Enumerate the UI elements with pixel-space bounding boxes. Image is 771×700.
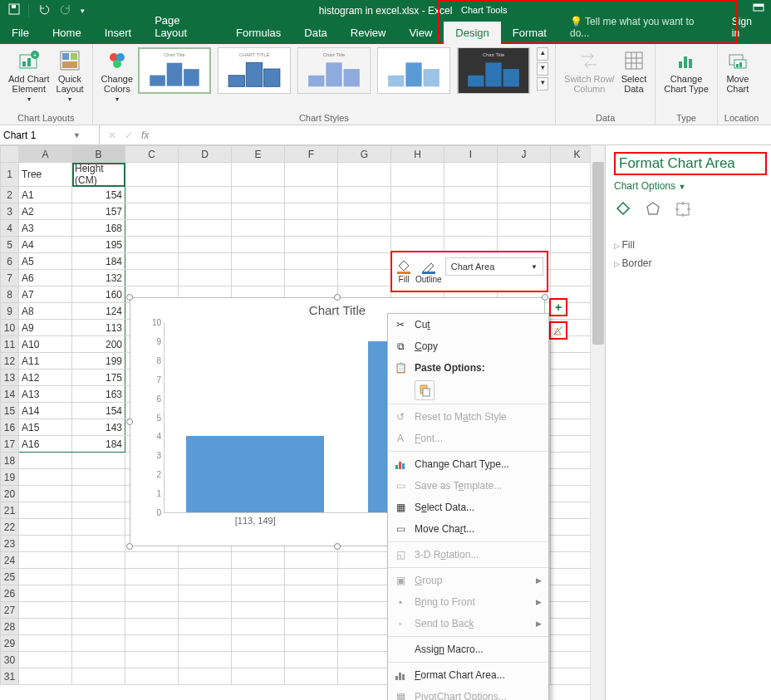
cell[interactable] — [125, 668, 179, 685]
cell[interactable] — [125, 619, 179, 635]
styles-scroll-down[interactable]: ▾ — [537, 62, 548, 76]
tab-review[interactable]: Review — [339, 22, 398, 44]
row-header[interactable]: 24 — [1, 552, 19, 569]
cell[interactable] — [338, 270, 391, 286]
cell[interactable] — [338, 585, 391, 602]
cell[interactable]: 163 — [72, 386, 125, 403]
tab-page-layout[interactable]: Page Layout — [143, 9, 224, 44]
resize-handle[interactable] — [126, 294, 133, 301]
row-header[interactable]: 15 — [1, 403, 19, 419]
cell[interactable] — [391, 203, 444, 220]
cell[interactable]: 154 — [72, 403, 125, 419]
cell[interactable] — [19, 552, 72, 569]
quick-layout-button[interactable]: Quick Layout ▾ — [55, 47, 86, 105]
name-box-dropdown-icon[interactable]: ▼ — [73, 131, 81, 140]
resize-handle[interactable] — [334, 543, 341, 550]
cell[interactable]: A6 — [19, 270, 72, 286]
enter-formula-icon[interactable]: ✓ — [125, 130, 133, 141]
cell[interactable] — [72, 536, 125, 552]
cell[interactable] — [232, 602, 285, 619]
cell[interactable] — [179, 203, 232, 220]
cell[interactable] — [338, 163, 391, 187]
row-header[interactable]: 12 — [1, 353, 19, 370]
cell[interactable] — [72, 569, 125, 585]
scrollbar-thumb[interactable] — [592, 162, 604, 345]
cell[interactable] — [232, 237, 285, 253]
column-header[interactable]: B — [72, 146, 125, 163]
cell[interactable] — [444, 203, 498, 220]
vertical-scrollbar[interactable] — [590, 145, 605, 700]
resize-handle[interactable] — [542, 294, 548, 301]
cell[interactable] — [498, 187, 551, 203]
cell[interactable] — [19, 569, 72, 585]
row-header[interactable]: 31 — [1, 668, 19, 685]
border-section[interactable]: Border — [614, 254, 763, 272]
cell[interactable] — [444, 220, 498, 237]
cell[interactable] — [72, 552, 125, 569]
cell[interactable] — [72, 486, 125, 502]
chart-options-dropdown[interactable]: Chart Options ▼ — [614, 180, 763, 192]
cell[interactable]: 175 — [72, 370, 125, 386]
cell[interactable] — [232, 569, 285, 585]
fx-icon[interactable]: fx — [141, 130, 149, 141]
row-header[interactable]: 11 — [1, 336, 19, 353]
cell[interactable]: A1 — [19, 187, 72, 203]
cell[interactable] — [232, 163, 285, 187]
cell[interactable]: Height (CM) — [72, 163, 125, 187]
chart-style-4[interactable] — [377, 47, 450, 94]
cell[interactable]: A9 — [19, 320, 72, 336]
mini-fill-button[interactable]: Fill — [395, 259, 412, 284]
cell[interactable] — [179, 220, 232, 237]
row-header[interactable]: 29 — [1, 635, 19, 652]
column-header[interactable]: F — [285, 146, 338, 163]
tab-design[interactable]: Design — [444, 22, 500, 44]
cell[interactable] — [498, 203, 551, 220]
cell[interactable] — [391, 220, 444, 237]
chart-style-2[interactable]: CHART TITLE — [218, 47, 291, 94]
cell[interactable] — [179, 668, 232, 685]
chart-elements-button[interactable]: + — [549, 298, 567, 316]
cell[interactable]: A10 — [19, 336, 72, 353]
add-chart-element-button[interactable]: + Add Chart Element ▾ — [7, 47, 52, 105]
paste-option-button[interactable] — [415, 380, 435, 400]
cell[interactable] — [19, 469, 72, 486]
cell[interactable] — [285, 237, 338, 253]
mini-element-selector[interactable]: Chart Area▼ — [445, 257, 543, 276]
cell[interactable] — [19, 635, 72, 652]
tab-format[interactable]: Format — [501, 22, 558, 44]
cell[interactable]: Tree — [19, 163, 72, 187]
cell[interactable] — [338, 652, 391, 668]
cell[interactable] — [232, 253, 285, 270]
qat-customize-icon[interactable]: ▾ — [81, 7, 85, 15]
row-header[interactable]: 10 — [1, 320, 19, 336]
menu-select-data[interactable]: ▦Select Data... — [388, 497, 548, 518]
cell[interactable] — [72, 519, 125, 536]
cell[interactable] — [285, 220, 338, 237]
cell[interactable] — [19, 619, 72, 635]
redo-icon[interactable] — [59, 3, 72, 17]
cell[interactable] — [179, 569, 232, 585]
cell[interactable] — [125, 163, 179, 187]
cell[interactable] — [232, 203, 285, 220]
cell[interactable] — [232, 187, 285, 203]
cell[interactable]: 168 — [72, 220, 125, 237]
tab-insert[interactable]: Insert — [93, 22, 144, 44]
column-header[interactable]: E — [232, 146, 285, 163]
cell[interactable] — [179, 253, 232, 270]
cell[interactable] — [19, 502, 72, 519]
change-colors-button[interactable]: Change Colors ▾ — [100, 47, 135, 105]
cell[interactable] — [338, 569, 391, 585]
row-header[interactable]: 21 — [1, 502, 19, 519]
cell[interactable] — [285, 552, 338, 569]
cell[interactable] — [285, 187, 338, 203]
cell[interactable]: 124 — [72, 303, 125, 320]
cell[interactable]: A12 — [19, 370, 72, 386]
cell[interactable]: 113 — [72, 320, 125, 336]
cell[interactable] — [444, 163, 498, 187]
tab-home[interactable]: Home — [41, 22, 93, 44]
cell[interactable] — [72, 602, 125, 619]
cell[interactable] — [285, 635, 338, 652]
cell[interactable] — [125, 203, 179, 220]
column-header[interactable]: C — [125, 146, 179, 163]
cell[interactable] — [179, 163, 232, 187]
